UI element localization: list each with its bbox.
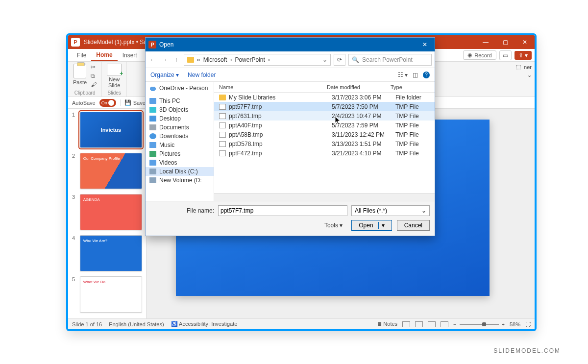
file-icon <box>219 150 226 156</box>
file-header[interactable]: Name Date modified Type <box>214 82 435 93</box>
copy-icon[interactable]: ⧉ <box>91 73 97 79</box>
thumb-4[interactable]: Who We Are? <box>80 235 142 271</box>
new-folder-button[interactable]: New folder <box>188 72 216 78</box>
open-button[interactable]: Open▾ <box>351 220 392 231</box>
designer-label: ner <box>524 64 532 70</box>
thumb-1[interactable]: Invictus <box>80 112 142 148</box>
file-name-input[interactable] <box>218 205 347 216</box>
notes-button[interactable]: ≣ Notes <box>377 321 397 327</box>
file-icon <box>219 132 226 138</box>
tab-insert[interactable]: Insert <box>118 49 142 61</box>
file-type: TMP File <box>395 103 435 110</box>
file-date: 5/7/2023 7:50 PM <box>332 103 395 110</box>
thumb-2[interactable]: Our Company Profile <box>80 153 142 189</box>
view-reading-icon[interactable] <box>428 321 436 327</box>
save-label: Save <box>133 100 146 106</box>
file-row[interactable]: ppt7631.tmp2/4/2023 10:47 PMTMP File <box>214 111 435 121</box>
file-name: ppt7631.tmp <box>229 113 332 120</box>
tree-new-volume-d[interactable]: New Volume (D: <box>146 176 214 185</box>
share-button[interactable]: ⇪ ▾ <box>514 51 532 60</box>
tree-music[interactable]: Music <box>146 141 214 149</box>
preview-pane-button[interactable]: ◫ <box>413 72 418 78</box>
col-type[interactable]: Type <box>391 84 435 90</box>
save-button[interactable]: 💾 Save <box>120 99 146 106</box>
nav-back-icon[interactable]: ← <box>148 56 157 63</box>
tree-videos[interactable]: Videos <box>146 158 214 167</box>
record-button[interactable]: ◉ Record <box>463 50 496 60</box>
folder-icon <box>187 57 194 63</box>
col-date[interactable]: Date modified <box>327 84 391 90</box>
cut-icon[interactable]: ✂ <box>91 64 97 71</box>
file-name-label: File name: <box>150 207 214 214</box>
open-dialog: POpen ✕ ← → ↑ « Microsoft › PowerPoint ›… <box>145 37 435 236</box>
tree-desktop[interactable]: Desktop <box>146 114 214 123</box>
present-button[interactable]: ▭ <box>499 50 512 60</box>
file-name: pptA40F.tmp <box>229 122 332 129</box>
thumb-5[interactable]: What We Do <box>80 276 142 313</box>
cancel-button[interactable]: Cancel <box>397 220 430 231</box>
file-row[interactable]: pptF472.tmp3/21/2023 4:10 PMTMP File <box>214 148 435 158</box>
crumb-powerpoint[interactable]: PowerPoint <box>235 56 265 63</box>
status-lang[interactable]: English (United States) <box>109 321 164 327</box>
refresh-button[interactable]: ⟳ <box>334 54 345 66</box>
search-placeholder: Search PowerPoint <box>362 56 413 63</box>
file-date: 2/4/2023 10:47 PM <box>332 113 395 120</box>
organize-button[interactable]: Organize ▾ <box>150 72 179 78</box>
horizontal-scrollbar[interactable] <box>214 193 435 201</box>
powerpoint-icon: P <box>71 38 80 47</box>
status-accessibility[interactable]: ♿ Accessibility: Investigate <box>171 321 238 327</box>
autosave-toggle[interactable]: On <box>99 99 116 107</box>
search-input[interactable]: 🔍 Search PowerPoint <box>348 54 432 66</box>
maximize-button[interactable]: ▢ <box>495 35 515 49</box>
tab-home[interactable]: Home <box>91 49 117 61</box>
file-row[interactable]: pptA58B.tmp3/11/2023 12:42 PMTMP File <box>214 130 435 139</box>
crumb-microsoft[interactable]: Microsoft <box>203 56 227 63</box>
view-mode-button[interactable]: ☷ ▾ <box>398 72 408 78</box>
minimize-button[interactable]: — <box>476 35 495 49</box>
file-type: TMP File <box>395 122 435 129</box>
dialog-footer: File name: All Files (*.*)⌄ Tools ▾ Open… <box>146 201 435 236</box>
autosave-label: AutoSave <box>72 100 96 106</box>
designer-row[interactable]: ⬚ ner <box>516 64 532 70</box>
tree-pictures[interactable]: Pictures <box>146 149 214 158</box>
col-name[interactable]: Name <box>214 84 327 90</box>
file-row[interactable]: ppt57F7.tmp5/7/2023 7:50 PMTMP File <box>214 102 435 111</box>
nav-forward-icon[interactable]: → <box>160 56 169 63</box>
tree-downloads[interactable]: Downloads <box>146 132 214 141</box>
file-row[interactable]: My Slide Libraries3/17/2023 3:06 PMFile … <box>214 93 435 102</box>
file-date: 3/21/2023 4:10 PM <box>332 150 395 157</box>
breadcrumb[interactable]: « Microsoft › PowerPoint › ⌄ <box>184 54 331 66</box>
autosave-state: On <box>101 99 107 107</box>
group-clipboard-label: Clipboard <box>74 90 96 96</box>
zoom-control[interactable]: − + <box>453 321 505 327</box>
tree-onedrive[interactable]: OneDrive - Person <box>146 84 214 93</box>
file-type: TMP File <box>395 141 435 147</box>
help-icon[interactable]: ? <box>423 72 430 78</box>
view-sorter-icon[interactable] <box>415 321 423 327</box>
file-type-filter[interactable]: All Files (*.*)⌄ <box>351 205 430 216</box>
tree-local-disk-c[interactable]: Local Disk (C:) <box>146 167 214 176</box>
format-painter-icon[interactable]: 🖌 <box>91 81 97 88</box>
close-button[interactable]: ✕ <box>515 35 535 49</box>
paste-label: Paste <box>73 79 87 85</box>
file-list: Name Date modified Type My Slide Librari… <box>214 82 435 201</box>
file-name: ppt57F7.tmp <box>229 103 332 110</box>
tree-3d-objects[interactable]: 3D Objects <box>146 105 214 114</box>
file-row[interactable]: pptA40F.tmp5/7/2023 7:59 PMTMP File <box>214 121 435 130</box>
tree-this-pc[interactable]: This PC <box>146 97 214 105</box>
view-slideshow-icon[interactable] <box>441 321 448 327</box>
fit-icon[interactable]: ⛶ <box>525 321 531 327</box>
dialog-close-button[interactable]: ✕ <box>415 38 435 51</box>
zoom-value: 58% <box>510 321 520 327</box>
new-slide-button[interactable]: New Slide <box>107 64 122 88</box>
chevron-down-icon[interactable]: ⌄ <box>322 56 327 63</box>
ribbon-collapse[interactable]: ⌄ <box>516 72 532 78</box>
tree-documents[interactable]: Documents <box>146 123 214 132</box>
tools-menu[interactable]: Tools ▾ <box>324 222 343 229</box>
nav-up-icon[interactable]: ↑ <box>172 56 181 63</box>
file-row[interactable]: pptD578.tmp3/13/2023 1:51 PMTMP File <box>214 139 435 148</box>
view-normal-icon[interactable] <box>402 321 410 327</box>
tab-file[interactable]: File <box>72 49 91 61</box>
thumb-3[interactable]: AGENDA <box>80 194 142 230</box>
paste-button[interactable]: Paste <box>73 64 87 85</box>
